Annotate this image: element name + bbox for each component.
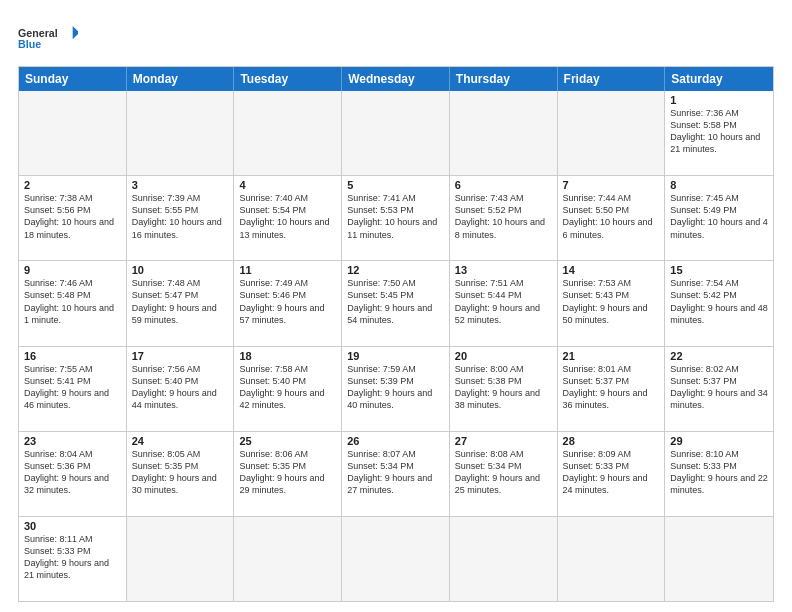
day-cell-10: 10Sunrise: 7:48 AM Sunset: 5:47 PM Dayli…	[127, 261, 235, 345]
day-cell-8: 8Sunrise: 7:45 AM Sunset: 5:49 PM Daylig…	[665, 176, 773, 260]
day-cell-11: 11Sunrise: 7:49 AM Sunset: 5:46 PM Dayli…	[234, 261, 342, 345]
day-info: Sunrise: 7:41 AM Sunset: 5:53 PM Dayligh…	[347, 192, 444, 241]
day-number: 24	[132, 435, 229, 447]
day-number: 27	[455, 435, 552, 447]
day-info: Sunrise: 8:00 AM Sunset: 5:38 PM Dayligh…	[455, 363, 552, 412]
calendar-week-1: 2Sunrise: 7:38 AM Sunset: 5:56 PM Daylig…	[19, 175, 773, 260]
day-number: 20	[455, 350, 552, 362]
day-number: 10	[132, 264, 229, 276]
day-cell-9: 9Sunrise: 7:46 AM Sunset: 5:48 PM Daylig…	[19, 261, 127, 345]
day-number: 13	[455, 264, 552, 276]
day-cell-28: 28Sunrise: 8:09 AM Sunset: 5:33 PM Dayli…	[558, 432, 666, 516]
day-number: 11	[239, 264, 336, 276]
day-info: Sunrise: 7:44 AM Sunset: 5:50 PM Dayligh…	[563, 192, 660, 241]
empty-cell	[558, 517, 666, 601]
day-info: Sunrise: 7:40 AM Sunset: 5:54 PM Dayligh…	[239, 192, 336, 241]
day-info: Sunrise: 7:54 AM Sunset: 5:42 PM Dayligh…	[670, 277, 768, 326]
empty-cell	[342, 91, 450, 175]
day-info: Sunrise: 7:46 AM Sunset: 5:48 PM Dayligh…	[24, 277, 121, 326]
day-cell-21: 21Sunrise: 8:01 AM Sunset: 5:37 PM Dayli…	[558, 347, 666, 431]
day-number: 9	[24, 264, 121, 276]
logo: General Blue	[18, 18, 78, 58]
day-info: Sunrise: 7:53 AM Sunset: 5:43 PM Dayligh…	[563, 277, 660, 326]
day-info: Sunrise: 8:01 AM Sunset: 5:37 PM Dayligh…	[563, 363, 660, 412]
day-number: 12	[347, 264, 444, 276]
day-number: 15	[670, 264, 768, 276]
calendar-week-5: 30Sunrise: 8:11 AM Sunset: 5:33 PM Dayli…	[19, 516, 773, 601]
day-info: Sunrise: 8:11 AM Sunset: 5:33 PM Dayligh…	[24, 533, 121, 582]
day-info: Sunrise: 8:06 AM Sunset: 5:35 PM Dayligh…	[239, 448, 336, 497]
day-info: Sunrise: 7:55 AM Sunset: 5:41 PM Dayligh…	[24, 363, 121, 412]
day-cell-25: 25Sunrise: 8:06 AM Sunset: 5:35 PM Dayli…	[234, 432, 342, 516]
empty-cell	[450, 517, 558, 601]
calendar-week-3: 16Sunrise: 7:55 AM Sunset: 5:41 PM Dayli…	[19, 346, 773, 431]
day-cell-27: 27Sunrise: 8:08 AM Sunset: 5:34 PM Dayli…	[450, 432, 558, 516]
day-cell-4: 4Sunrise: 7:40 AM Sunset: 5:54 PM Daylig…	[234, 176, 342, 260]
day-number: 23	[24, 435, 121, 447]
day-cell-13: 13Sunrise: 7:51 AM Sunset: 5:44 PM Dayli…	[450, 261, 558, 345]
day-cell-24: 24Sunrise: 8:05 AM Sunset: 5:35 PM Dayli…	[127, 432, 235, 516]
svg-text:Blue: Blue	[18, 38, 41, 50]
empty-cell	[558, 91, 666, 175]
header-day-tuesday: Tuesday	[234, 67, 342, 91]
empty-cell	[665, 517, 773, 601]
day-info: Sunrise: 8:04 AM Sunset: 5:36 PM Dayligh…	[24, 448, 121, 497]
day-number: 18	[239, 350, 336, 362]
day-number: 16	[24, 350, 121, 362]
header: General Blue	[18, 18, 774, 58]
calendar-week-4: 23Sunrise: 8:04 AM Sunset: 5:36 PM Dayli…	[19, 431, 773, 516]
day-cell-1: 1Sunrise: 7:36 AM Sunset: 5:58 PM Daylig…	[665, 91, 773, 175]
day-number: 19	[347, 350, 444, 362]
page: General Blue SundayMondayTuesdayWednesda…	[0, 0, 792, 612]
day-cell-26: 26Sunrise: 8:07 AM Sunset: 5:34 PM Dayli…	[342, 432, 450, 516]
day-info: Sunrise: 7:50 AM Sunset: 5:45 PM Dayligh…	[347, 277, 444, 326]
empty-cell	[450, 91, 558, 175]
day-info: Sunrise: 7:49 AM Sunset: 5:46 PM Dayligh…	[239, 277, 336, 326]
day-info: Sunrise: 8:07 AM Sunset: 5:34 PM Dayligh…	[347, 448, 444, 497]
empty-cell	[127, 517, 235, 601]
day-cell-6: 6Sunrise: 7:43 AM Sunset: 5:52 PM Daylig…	[450, 176, 558, 260]
day-cell-19: 19Sunrise: 7:59 AM Sunset: 5:39 PM Dayli…	[342, 347, 450, 431]
day-info: Sunrise: 8:09 AM Sunset: 5:33 PM Dayligh…	[563, 448, 660, 497]
day-info: Sunrise: 7:59 AM Sunset: 5:39 PM Dayligh…	[347, 363, 444, 412]
day-number: 4	[239, 179, 336, 191]
day-info: Sunrise: 7:39 AM Sunset: 5:55 PM Dayligh…	[132, 192, 229, 241]
day-cell-20: 20Sunrise: 8:00 AM Sunset: 5:38 PM Dayli…	[450, 347, 558, 431]
day-info: Sunrise: 7:56 AM Sunset: 5:40 PM Dayligh…	[132, 363, 229, 412]
day-cell-17: 17Sunrise: 7:56 AM Sunset: 5:40 PM Dayli…	[127, 347, 235, 431]
day-cell-23: 23Sunrise: 8:04 AM Sunset: 5:36 PM Dayli…	[19, 432, 127, 516]
day-number: 26	[347, 435, 444, 447]
day-info: Sunrise: 8:10 AM Sunset: 5:33 PM Dayligh…	[670, 448, 768, 497]
day-number: 21	[563, 350, 660, 362]
day-number: 29	[670, 435, 768, 447]
calendar-week-0: 1Sunrise: 7:36 AM Sunset: 5:58 PM Daylig…	[19, 91, 773, 175]
day-cell-7: 7Sunrise: 7:44 AM Sunset: 5:50 PM Daylig…	[558, 176, 666, 260]
day-cell-16: 16Sunrise: 7:55 AM Sunset: 5:41 PM Dayli…	[19, 347, 127, 431]
day-info: Sunrise: 7:36 AM Sunset: 5:58 PM Dayligh…	[670, 107, 768, 156]
svg-marker-2	[73, 26, 78, 39]
day-cell-5: 5Sunrise: 7:41 AM Sunset: 5:53 PM Daylig…	[342, 176, 450, 260]
day-number: 25	[239, 435, 336, 447]
day-number: 17	[132, 350, 229, 362]
header-day-wednesday: Wednesday	[342, 67, 450, 91]
header-day-friday: Friday	[558, 67, 666, 91]
day-number: 7	[563, 179, 660, 191]
header-day-thursday: Thursday	[450, 67, 558, 91]
day-cell-30: 30Sunrise: 8:11 AM Sunset: 5:33 PM Dayli…	[19, 517, 127, 601]
calendar-body: 1Sunrise: 7:36 AM Sunset: 5:58 PM Daylig…	[19, 91, 773, 601]
day-number: 28	[563, 435, 660, 447]
day-info: Sunrise: 7:45 AM Sunset: 5:49 PM Dayligh…	[670, 192, 768, 241]
day-cell-22: 22Sunrise: 8:02 AM Sunset: 5:37 PM Dayli…	[665, 347, 773, 431]
day-cell-2: 2Sunrise: 7:38 AM Sunset: 5:56 PM Daylig…	[19, 176, 127, 260]
calendar-week-2: 9Sunrise: 7:46 AM Sunset: 5:48 PM Daylig…	[19, 260, 773, 345]
header-day-monday: Monday	[127, 67, 235, 91]
day-number: 6	[455, 179, 552, 191]
day-number: 14	[563, 264, 660, 276]
day-info: Sunrise: 7:38 AM Sunset: 5:56 PM Dayligh…	[24, 192, 121, 241]
day-number: 2	[24, 179, 121, 191]
empty-cell	[234, 517, 342, 601]
day-info: Sunrise: 8:08 AM Sunset: 5:34 PM Dayligh…	[455, 448, 552, 497]
day-cell-29: 29Sunrise: 8:10 AM Sunset: 5:33 PM Dayli…	[665, 432, 773, 516]
calendar-header-row: SundayMondayTuesdayWednesdayThursdayFrid…	[19, 67, 773, 91]
day-number: 22	[670, 350, 768, 362]
